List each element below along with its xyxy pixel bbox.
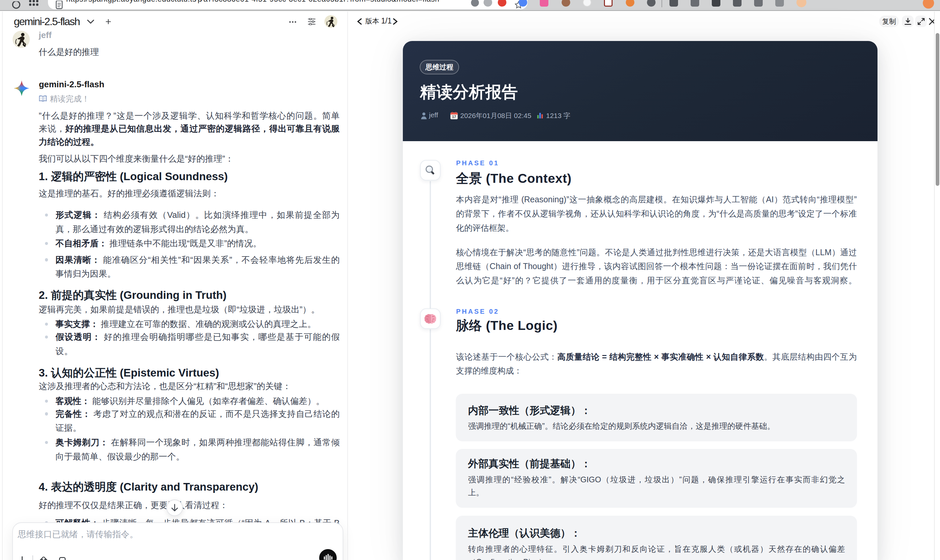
svg-text:17: 17 [452, 115, 456, 118]
